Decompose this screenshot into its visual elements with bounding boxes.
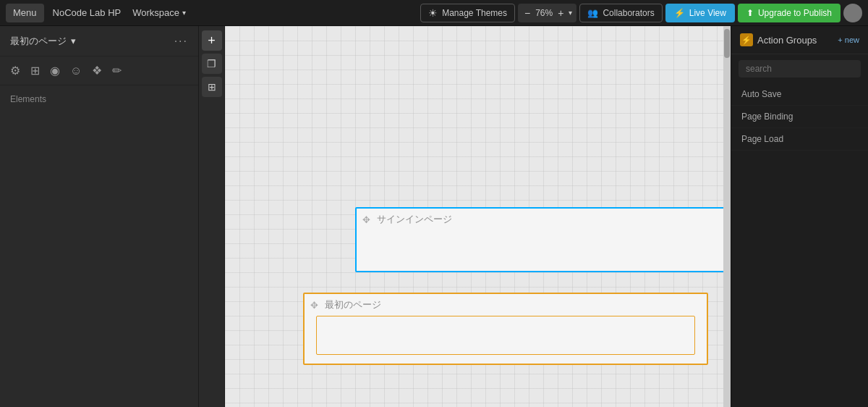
theme-label: Manage Themes [442, 8, 507, 18]
workspace-dropdown[interactable]: Workspace ▾ [129, 7, 189, 18]
workspace-label: Workspace [132, 7, 179, 18]
more-options-button[interactable]: ··· [174, 35, 188, 48]
toolbar-icons: ⚙ ⊞ ◉ ☺ ❖ ✏ [0, 56, 198, 85]
elements-icon[interactable]: ⊞ [30, 64, 40, 77]
manage-themes-button[interactable]: ☀ Manage Themes [420, 4, 515, 22]
canvas-inner: ✥ サインインページ ✥ 最初のページ [225, 26, 723, 407]
topnav: Menu NoCode Lab HP Workspace ▾ ☀ Manage … [0, 0, 868, 26]
canvas-scrollbar[interactable] [723, 26, 731, 407]
live-label: Live View [689, 8, 726, 18]
publish-button[interactable]: ⬆ Upgrade to Publish [738, 4, 841, 22]
signin-page-label: サインインページ [377, 213, 452, 226]
action-group-item-pagebinding[interactable]: Page Binding [731, 106, 868, 128]
action-group-item-autosave[interactable]: Auto Save [731, 83, 868, 106]
main-body: 最初のページ ▾ ··· ⚙ ⊞ ◉ ☺ ❖ ✏ Elements + ❐ ⊞ [0, 26, 868, 407]
avatar[interactable] [843, 4, 862, 22]
page-title: 最初のページ [10, 35, 67, 48]
action-groups-search[interactable] [739, 60, 861, 77]
zoom-chevron-icon[interactable]: ▾ [569, 9, 572, 17]
add-section-button[interactable]: ⊞ [202, 77, 222, 97]
scrollbar-thumb[interactable] [724, 29, 730, 58]
collaborators-label: Collaborators [603, 8, 654, 18]
edit-icon[interactable]: ✏ [112, 64, 122, 77]
elements-label: Elements [0, 85, 198, 109]
zoom-out-button[interactable]: − [522, 7, 532, 19]
menu-button[interactable]: Menu [6, 4, 44, 22]
inner-orange-box [316, 316, 695, 355]
plus-icon: + [208, 34, 216, 47]
lightning-icon: ⚡ [674, 8, 685, 18]
live-view-button[interactable]: ⚡ Live View [665, 4, 735, 22]
left-panel-header: 最初のページ ▾ ··· [0, 26, 198, 56]
page-title-row[interactable]: 最初のページ ▾ [10, 35, 76, 48]
zoom-value: 76% [535, 8, 553, 18]
right-panel-title: Action Groups [757, 35, 817, 46]
collaborators-icon: 👥 [587, 8, 598, 18]
project-name[interactable]: NoCode Lab HP [47, 7, 127, 18]
action-groups-icon: ⚡ [740, 33, 753, 46]
sun-icon: ☀ [428, 7, 438, 19]
right-panel-header: ⚡ Action Groups + new [731, 26, 868, 54]
upload-icon: ⬆ [746, 8, 754, 18]
page-title-chevron-icon: ▾ [71, 35, 76, 46]
add-column: + ❐ ⊞ [199, 26, 225, 407]
first-page-block[interactable]: ✥ 最初のページ [303, 293, 708, 365]
move-icon-2: ✥ [310, 300, 318, 311]
copy-icon: ❐ [207, 58, 216, 70]
first-page-label: 最初のページ [325, 298, 381, 311]
action-group-item-pageload[interactable]: Page Load [731, 128, 868, 151]
add-section-icon: ⊞ [208, 81, 216, 93]
move-icon: ✥ [362, 214, 370, 225]
zoom-in-button[interactable]: + [556, 7, 566, 19]
settings-icon[interactable]: ⚙ [10, 64, 20, 77]
collaborators-button[interactable]: 👥 Collaborators [579, 4, 662, 22]
workspace-chevron-icon: ▾ [182, 9, 186, 17]
zoom-controls: − 76% + ▾ [518, 4, 576, 22]
layout-icon[interactable]: ❖ [92, 64, 102, 77]
right-panel-title-row: ⚡ Action Groups [740, 33, 817, 46]
face-icon[interactable]: ☺ [70, 64, 82, 77]
signin-page-block[interactable]: ✥ サインインページ [355, 207, 723, 272]
audio-icon[interactable]: ◉ [50, 64, 60, 77]
new-action-button[interactable]: + new [838, 35, 859, 44]
canvas-area[interactable]: ✥ サインインページ ✥ 最初のページ [225, 26, 723, 407]
copy-button[interactable]: ❐ [202, 54, 222, 74]
publish-label: Upgrade to Publish [758, 8, 832, 18]
add-main-button[interactable]: + [202, 30, 222, 51]
left-panel: 最初のページ ▾ ··· ⚙ ⊞ ◉ ☺ ❖ ✏ Elements [0, 26, 199, 407]
right-panel: ⚡ Action Groups + new Auto Save Page Bin… [731, 26, 868, 407]
